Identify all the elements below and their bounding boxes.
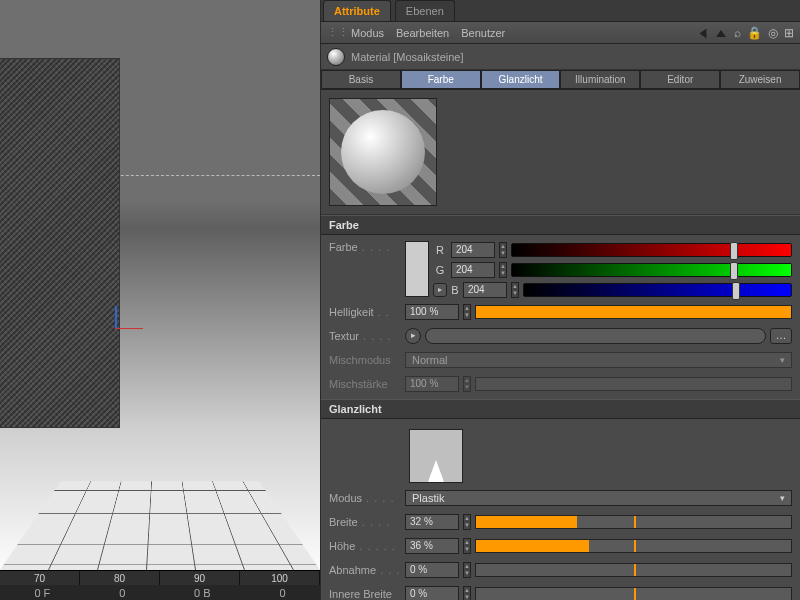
slider-mischstaerke[interactable] (475, 377, 792, 391)
spinner-mischstaerke[interactable]: ▲▼ (463, 376, 471, 392)
label-mischmodus: Mischmodus (329, 354, 401, 366)
spinner-breite[interactable]: ▲▼ (463, 514, 471, 530)
mesh-object[interactable] (0, 58, 120, 428)
slider-hoehe[interactable] (475, 539, 792, 553)
menu-bearbeiten[interactable]: Bearbeiten (396, 27, 449, 39)
spinner-g[interactable]: ▲▼ (499, 262, 507, 278)
panel-menubar: ⋮⋮ Modus Bearbeiten Benutzer ⌕ 🔒 ◎ ⊞ (321, 22, 800, 44)
section-header-farbe: Farbe (321, 215, 800, 235)
label-b: B (451, 284, 459, 296)
input-g[interactable]: 204 (451, 262, 495, 278)
menu-benutzer[interactable]: Benutzer (461, 27, 505, 39)
status-value: 0 B (194, 587, 211, 599)
color-mode-toggle[interactable]: ▸ (433, 283, 447, 297)
add-icon[interactable]: ⊞ (784, 26, 794, 40)
texture-browse-button[interactable]: … (770, 328, 792, 344)
tab-zuweisen[interactable]: Zuweisen (720, 70, 800, 89)
slider-r[interactable] (511, 243, 792, 257)
tab-illumination[interactable]: Illumination (560, 70, 640, 89)
search-icon[interactable]: ⌕ (734, 26, 741, 40)
slider-helligkeit[interactable] (475, 305, 792, 319)
new-icon[interactable]: ◎ (768, 26, 778, 40)
slider-abnahme[interactable] (475, 563, 792, 577)
input-b[interactable]: 204 (463, 282, 507, 298)
input-innere[interactable]: 0 % (405, 586, 459, 600)
material-preview-area (321, 90, 800, 215)
grip-icon[interactable]: ⋮⋮ (327, 26, 339, 39)
preview-sphere (341, 110, 425, 194)
spinner-hoehe[interactable]: ▲▼ (463, 538, 471, 554)
tab-attribute[interactable]: Attribute (323, 0, 391, 21)
section-glanzlicht: Modus . . . . Plastik Breite . . . . 32 … (321, 419, 800, 600)
texture-menu-button[interactable]: ▸ (405, 328, 421, 344)
label-farbe: Farbe . . . . (329, 241, 401, 253)
spinner-innere[interactable]: ▲▼ (463, 586, 471, 600)
status-value: 0 (119, 587, 125, 599)
label-helligkeit: Helligkeit . . (329, 306, 401, 318)
status-ruler: 0 F 0 0 B 0 (0, 585, 320, 600)
viewport-3d[interactable] (0, 0, 320, 570)
material-header: Material [Mosaiksteine] (321, 44, 800, 70)
input-mischstaerke[interactable]: 100 % (405, 376, 459, 392)
material-preview[interactable] (329, 98, 437, 206)
label-textur: Textur . . . . (329, 330, 401, 342)
material-name: Material [Mosaiksteine] (351, 51, 464, 63)
label-g: G (433, 264, 447, 276)
slider-g[interactable] (511, 263, 792, 277)
tab-ebenen[interactable]: Ebenen (395, 0, 455, 21)
slider-b[interactable] (523, 283, 792, 297)
specular-preview (409, 429, 463, 483)
label-r: R (433, 244, 447, 256)
nav-back-icon[interactable] (698, 26, 710, 40)
nav-up-icon[interactable] (716, 26, 728, 40)
spinner-abnahme[interactable]: ▲▼ (463, 562, 471, 578)
input-r[interactable]: 204 (451, 242, 495, 258)
dropdown-mischmodus[interactable]: Normal (405, 352, 792, 368)
spinner-b[interactable]: ▲▼ (511, 282, 519, 298)
material-thumb-icon[interactable] (327, 48, 345, 66)
floor-grid (0, 481, 320, 570)
tab-editor[interactable]: Editor (640, 70, 720, 89)
axis-x (115, 328, 143, 329)
lock-icon[interactable]: 🔒 (747, 26, 762, 40)
spinner-helligkeit[interactable]: ▲▼ (463, 304, 471, 320)
dropdown-glanz-modus[interactable]: Plastik (405, 490, 792, 506)
axis-z (115, 306, 117, 328)
input-breite[interactable]: 32 % (405, 514, 459, 530)
label-hoehe: Höhe . . . . . (329, 540, 401, 552)
label-mischstaerke: Mischstärke (329, 378, 401, 390)
label-abnahme: Abnahme . . . (329, 564, 401, 576)
tab-farbe[interactable]: Farbe (401, 70, 481, 89)
specular-curve-icon (428, 460, 444, 482)
label-breite: Breite . . . . (329, 516, 401, 528)
menu-modus[interactable]: Modus (351, 27, 384, 39)
status-value: 0 F (34, 587, 50, 599)
input-helligkeit[interactable]: 100 % (405, 304, 459, 320)
tab-glanzlicht[interactable]: Glanzlicht (481, 70, 561, 89)
status-value: 0 (279, 587, 285, 599)
slider-innere[interactable] (475, 587, 792, 600)
texture-field[interactable] (425, 328, 766, 344)
section-farbe: Farbe . . . . R 204 ▲▼ G 204 ▲▼ ▸ B (321, 235, 800, 399)
panel-tabs: Attribute Ebenen (321, 0, 800, 22)
tab-basis[interactable]: Basis (321, 70, 401, 89)
slider-breite[interactable] (475, 515, 792, 529)
input-hoehe[interactable]: 36 % (405, 538, 459, 554)
section-header-glanzlicht: Glanzlicht (321, 399, 800, 419)
label-innere: Innere Breite (329, 588, 401, 600)
spinner-r[interactable]: ▲▼ (499, 242, 507, 258)
label-g-modus: Modus . . . . (329, 492, 401, 504)
channel-tabs: Basis Farbe Glanzlicht Illumination Edit… (321, 70, 800, 90)
color-swatch[interactable] (405, 241, 429, 297)
input-abnahme[interactable]: 0 % (405, 562, 459, 578)
attribute-panel: Attribute Ebenen ⋮⋮ Modus Bearbeiten Ben… (320, 0, 800, 600)
